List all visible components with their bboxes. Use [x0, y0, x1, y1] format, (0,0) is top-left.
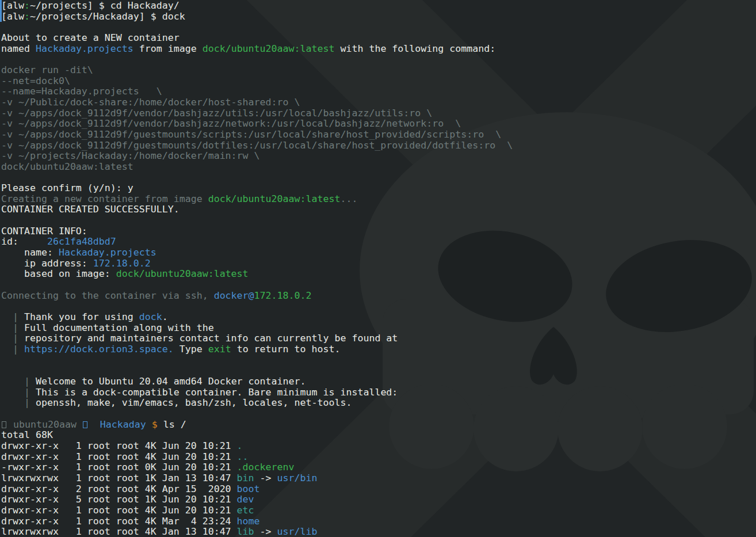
- terminal-text: -v ~/projects/Hackaday:/home/docker/main…: [1, 150, 260, 161]
- terminal-text: [1, 397, 24, 408]
- terminal-output: [alw:~/projects] $ cd Hackaday/[alw:~/pr…: [0, 0, 756, 537]
- terminal-line: drwxr-xr-x 1 root root 4K Jun 20 10:21 e…: [1, 505, 756, 516]
- terminal-text: Full documentation along with the: [18, 322, 214, 333]
- terminal-line: -v ~/apps/dock_9112d9f/guestmounts/scrip…: [1, 130, 756, 140]
- terminal-line: name: Hackaday.projects: [1, 247, 756, 258]
- terminal-line: | Welcome to Ubuntu 20.04 amd64 Docker c…: [1, 376, 756, 387]
- terminal-text: dock/ubuntu20aaw:latest: [116, 268, 249, 279]
- terminal-text: $: [152, 419, 158, 430]
- terminal-text: -rwxr-xr-x 1 root root 0K Jun 20 10:21: [1, 462, 237, 473]
- terminal-text: [1, 311, 13, 322]
- terminal-line: | Thank you for using dock.: [1, 312, 756, 323]
- terminal-text: exit: [208, 344, 231, 355]
- terminal-text: drwxr-xr-x 2 root root 4K Apr 15 2020: [1, 483, 237, 494]
- terminal-text: |: [24, 376, 30, 387]
- terminal-text: Type: [174, 344, 208, 355]
- terminal-screen[interactable]: { "colors": { "background": "#212526", "…: [0, 0, 756, 537]
- terminal-text: [1, 387, 24, 398]
- terminal-text: [18, 344, 24, 355]
- terminal-text: name:: [1, 247, 59, 258]
- terminal-line: drwxr-xr-x 1 root root 4K Mar 4 23:24 ho…: [1, 516, 756, 527]
- terminal-text: [alw: [1, 0, 24, 11]
- terminal-text: usr/lib: [277, 526, 318, 537]
- terminal-line: drwxr-xr-x 1 root root 4K Jun 20 10:21 .: [1, 441, 756, 452]
- terminal-text: home: [237, 516, 260, 527]
- terminal-line: lrwxrwxrwx 1 root root 1K Jan 13 10:47 b…: [1, 473, 756, 484]
- terminal-text: |: [13, 322, 18, 333]
- terminal-text: lrwxrwxrwx 1 root root 4K Jan 13 10:47: [1, 526, 237, 537]
- terminal-line: dock/ubuntu20aaw:latest: [1, 162, 756, 173]
- terminal-line: docker run -dit\: [1, 65, 756, 76]
- terminal-line: [1, 215, 756, 226]
- terminal-text: -v ~/Public/dock-share:/home/docker/host…: [1, 97, 300, 108]
- terminal-line: -v ~/Public/dock-share:/home/docker/host…: [1, 97, 756, 108]
- terminal-text: ->: [254, 473, 277, 483]
- terminal-text: usr/bin: [277, 473, 318, 483]
- terminal-line: total 68K: [1, 430, 756, 441]
- terminal-text: docker run -dit\: [1, 64, 93, 75]
- terminal-text: from image: [133, 43, 203, 54]
- terminal-line: CONTAINER INFO:: [1, 226, 756, 237]
- terminal-text: https://dock.orion3.space.: [24, 344, 174, 355]
- terminal-text: :: [24, 0, 30, 11]
- terminal-line: CONTAINER CREATED SUCCESSFULLY.: [1, 204, 756, 215]
- terminal-line: [1, 355, 756, 366]
- terminal-text: openssh, make, vim/emacs, bash/zsh, loca…: [30, 397, 352, 408]
- terminal-text: drwxr-xr-x 1 root root 4K Jun 20 10:21: [1, 451, 237, 462]
- terminal-text: Welcome to Ubuntu 20.04 amd64 Docker con…: [30, 376, 306, 387]
- terminal-text: .: [237, 440, 243, 451]
- terminal-text: Thank you for using: [18, 311, 139, 322]
- terminal-text: |: [24, 387, 30, 398]
- terminal-line: [alw:~/projects/Hackaday] $ dock: [1, 12, 756, 22]
- terminal-text: |: [13, 311, 18, 322]
- terminal-line: Creating a new container from image dock…: [1, 194, 756, 205]
- terminal-line: -rwxr-xr-x 1 root root 0K Jun 20 10:21 .…: [1, 462, 756, 473]
- terminal-line: drwxr-xr-x 2 root root 4K Apr 15 2020 bo…: [1, 484, 756, 495]
- terminal-line: ip address: 172.18.0.2: [1, 258, 756, 269]
- terminal-text: |: [13, 344, 18, 355]
- terminal-text: CONTAINER CREATED SUCCESSFULLY.: [1, 204, 180, 215]
- terminal-text: [1, 333, 13, 344]
- terminal-line: | repository and maintainers contact inf…: [1, 333, 756, 344]
- terminal-text: lib: [237, 526, 254, 537]
- terminal-text: :: [24, 11, 30, 22]
- terminal-text: ~/projects/Hackaday] $ dock: [30, 11, 185, 22]
- terminal-text: CONTAINER INFO:: [1, 226, 87, 237]
- terminal-text: dock: [139, 311, 162, 322]
- terminal-text: This is a dock-compatible container. Bar…: [30, 387, 398, 398]
- terminal-text: ...: [340, 193, 357, 204]
- terminal-line: [1, 409, 756, 420]
- terminal-text: dock/ubuntu20aaw:latest: [203, 43, 335, 54]
- terminal-line: named Hackaday.projects from image dock/…: [1, 44, 756, 55]
- terminal-text: with the following command:: [334, 43, 495, 54]
- missing-glyph-box-icon: [2, 421, 6, 428]
- terminal-text: |: [24, 397, 30, 408]
- terminal-text: lrwxrwxrwx 1 root root 1K Jan 13 10:47: [1, 473, 237, 483]
- terminal-text: ls /: [158, 419, 186, 430]
- terminal-line: ubuntu20aaw Hackaday $ ls /: [1, 420, 756, 431]
- terminal-text: 172.18.0.2: [93, 258, 151, 269]
- terminal-text: id:: [1, 236, 47, 247]
- terminal-text: based on image:: [1, 268, 116, 279]
- terminal-text: ->: [254, 526, 277, 537]
- terminal-text: ubuntu20aaw: [7, 419, 82, 430]
- terminal-text: Please confirm (y/n): y: [1, 182, 133, 193]
- terminal-line: | Full documentation along with the: [1, 323, 756, 334]
- terminal-text: |: [13, 333, 18, 344]
- terminal-text: [1, 344, 13, 355]
- terminal-text: 26c1fa48dbd7: [47, 236, 116, 247]
- terminal-line: [alw:~/projects] $ cd Hackaday/: [1, 1, 756, 12]
- terminal-text: named: [1, 43, 36, 54]
- terminal-line: --net=dock0\: [1, 76, 756, 87]
- terminal-line: [1, 173, 756, 184]
- terminal-text: total 68K: [1, 429, 53, 440]
- terminal-line: [1, 365, 756, 376]
- terminal-line: -v ~/apps/dock_9112d9f/vendor/bashjazz/n…: [1, 119, 756, 130]
- terminal-line: lrwxrwxrwx 1 root root 4K Jan 13 10:47 l…: [1, 527, 756, 537]
- terminal-text: --name=Hackaday.projects \: [1, 86, 162, 97]
- terminal-text: [89, 419, 100, 430]
- terminal-text: [alw: [1, 11, 24, 22]
- terminal-text: dock/ubuntu20aaw:latest: [208, 193, 341, 204]
- terminal-text: bin: [237, 473, 254, 483]
- terminal-line: [1, 301, 756, 312]
